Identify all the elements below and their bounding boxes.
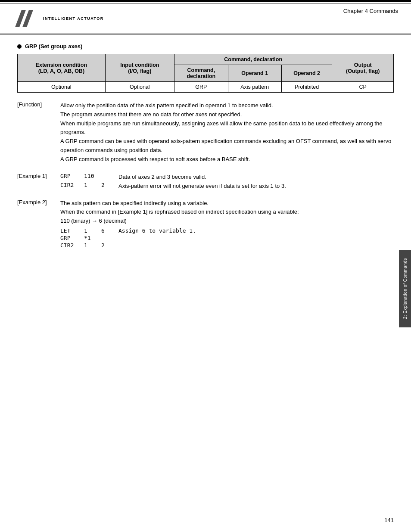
example1-row-1: GRP 110 Data of axes 2 and 3 become vali…: [60, 173, 394, 181]
ex2-op2-1: 6: [101, 227, 118, 234]
example1-row-2: CIR2 1 2 Axis-pattern error will not gen…: [60, 182, 394, 190]
ex2-desc3: [118, 242, 394, 249]
ex2-code-row-2: GRP *1: [60, 235, 394, 241]
ex1-desc1: Data of axes 2 and 3 become valid.: [118, 173, 394, 181]
table-header-ext: Extension condition(LD, A, O, AB, OB): [18, 54, 106, 82]
example1-content: GRP 110 Data of axes 2 and 3 become vali…: [60, 173, 394, 191]
ex2-op1-3: 1: [84, 242, 101, 249]
ex1-desc2: Axis-pattern error will not generate eve…: [118, 182, 394, 190]
ex2-op2-2: [101, 235, 118, 241]
example2-text: The axis pattern can be specified indire…: [60, 199, 394, 226]
ex1-cmd2: CIR2: [60, 182, 84, 188]
example1-label: [Example 1]: [17, 173, 56, 179]
ex1-op1-2: 1: [84, 182, 101, 188]
section-title-text: GRP (Set group axes): [25, 43, 82, 50]
function-text: Allow only the position data of the axis…: [60, 101, 394, 164]
table-cell-ext: Optional: [18, 82, 106, 93]
example2-section: [Example 2] The axis pattern can be spec…: [17, 199, 394, 249]
ex2-desc2: [118, 235, 394, 241]
ex2-op2-3: 2: [101, 242, 118, 249]
table-cell-output: CP: [332, 82, 394, 93]
function-label: [Function]: [17, 101, 56, 108]
table-cell-op1: Axis pattern: [228, 82, 281, 93]
table-header-output: Output(Output, flag): [332, 54, 394, 82]
section-title: GRP (Set group axes): [17, 43, 394, 50]
ex2-cmd1: LET: [60, 227, 84, 234]
ex2-code-row-1: LET 1 6 Assign 6 to variable 1.: [60, 227, 394, 234]
table-header-op2: Operand 2: [281, 65, 332, 82]
sidebar-tab-text: 2: Explanation of Commands: [403, 258, 408, 319]
chapter-title: Chapter 4 Commands: [343, 8, 398, 14]
ex2-cmd3: CIR2: [60, 242, 84, 249]
ex1-op1-1: 110: [84, 173, 101, 179]
table-header-cmd-span: Command, declaration: [174, 54, 332, 65]
company-logo: [13, 8, 39, 29]
example2-label: [Example 2]: [17, 199, 56, 205]
page-number: 141: [384, 517, 394, 523]
table-cell-cmd: GRP: [174, 82, 228, 93]
function-line-1: Allow only the position data of the axis…: [60, 102, 391, 162]
ex1-cmd1: GRP: [60, 173, 84, 179]
main-content: GRP (Set group axes) Extension condition…: [0, 34, 411, 266]
table-header-input: Input condition(I/O, flag): [105, 54, 174, 82]
ex2-desc1: Assign 6 to variable 1.: [118, 227, 394, 234]
table-cell-input: Optional: [105, 82, 174, 93]
ex2-code-row-3: CIR2 1 2: [60, 242, 394, 249]
ex2-op1-1: 1: [84, 227, 101, 234]
page-header: INTELLIGENT ACTUATOR Chapter 4 Commands: [0, 0, 411, 34]
function-section: [Function] Allow only the position data …: [17, 101, 394, 164]
command-table: Extension condition(LD, A, O, AB, OB) In…: [17, 54, 394, 93]
table-header-declaration: Command,declaration: [174, 65, 228, 82]
bullet-icon: [17, 44, 22, 49]
logo-text: INTELLIGENT ACTUATOR: [43, 16, 104, 21]
table-header-op1: Operand 1: [228, 65, 281, 82]
table-cell-op2: Prohibited: [281, 82, 332, 93]
ex1-op2-2: 2: [101, 182, 118, 188]
logo-area: INTELLIGENT ACTUATOR: [13, 8, 104, 29]
example2-content: The axis pattern can be specified indire…: [60, 199, 394, 249]
ex2-cmd2: GRP: [60, 235, 84, 241]
example1-section: [Example 1] GRP 110 Data of axes 2 and 3…: [17, 173, 394, 191]
ex2-op1-2: *1: [84, 235, 101, 241]
sidebar-tab: 2: Explanation of Commands: [399, 250, 411, 327]
